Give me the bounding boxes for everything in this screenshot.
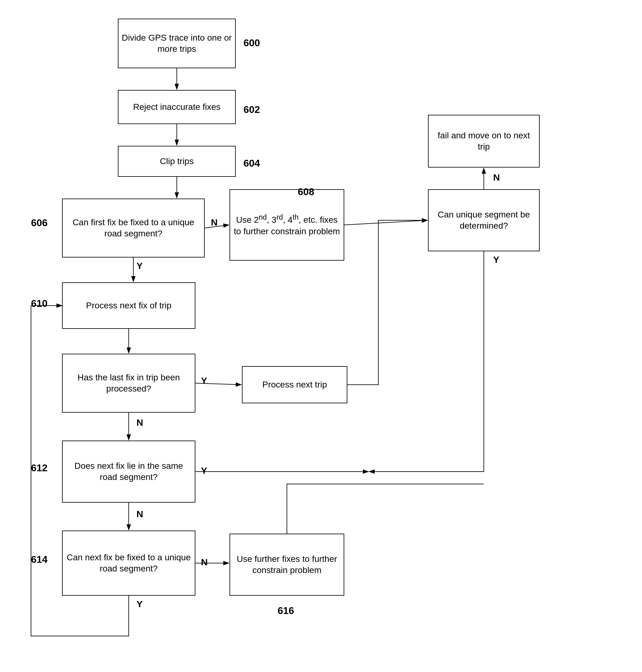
label-606: 606 bbox=[31, 217, 48, 229]
arrow-label-614-y: Y bbox=[137, 599, 143, 609]
arrow-label-lastfix-n: N bbox=[137, 417, 143, 428]
arrow-label-lastfix-y: Y bbox=[201, 376, 207, 386]
arrow-label-606-n: N bbox=[211, 217, 218, 228]
label-612: 612 bbox=[31, 462, 48, 474]
box-600: Divide GPS trace into one or more trips bbox=[118, 18, 236, 68]
box-unique-segment: Can unique segment be determined? bbox=[428, 189, 540, 251]
box-612: Does next fix lie in the same road segme… bbox=[62, 441, 195, 503]
box-602: Reject inaccurate fixes bbox=[118, 90, 236, 124]
box-fail: fail and move on to next trip bbox=[428, 115, 540, 167]
label-614: 614 bbox=[31, 554, 48, 565]
label-604: 604 bbox=[243, 157, 260, 169]
box-610: Process next fix of trip bbox=[62, 282, 195, 329]
label-600: 600 bbox=[243, 37, 260, 49]
box-608: Use 2nd, 3rd, 4th, etc. fixes to further… bbox=[230, 189, 344, 261]
flowchart-diagram: Divide GPS trace into one or more trips … bbox=[0, 0, 642, 672]
arrow-label-614-n: N bbox=[201, 557, 208, 568]
label-610: 610 bbox=[31, 298, 48, 309]
arrow-label-612-y: Y bbox=[201, 465, 207, 476]
box-614: Can next fix be fixed to a unique road s… bbox=[62, 531, 195, 596]
label-616: 616 bbox=[278, 605, 294, 617]
arrow-label-612-n: N bbox=[137, 509, 143, 519]
box-616: Use further fixes to further constrain p… bbox=[230, 534, 344, 596]
box-604: Clip trips bbox=[118, 146, 236, 177]
label-608: 608 bbox=[298, 186, 314, 198]
box-606: Can first fix be fixed to a unique road … bbox=[62, 199, 205, 257]
box-next-trip: Process next trip bbox=[242, 366, 347, 403]
arrow-label-606-y: Y bbox=[137, 261, 143, 271]
label-602: 602 bbox=[243, 104, 260, 115]
svg-line-5 bbox=[344, 220, 427, 225]
arrow-label-unique-y: Y bbox=[493, 254, 499, 265]
box-last-fix: Has the last fix in trip been processed? bbox=[62, 354, 195, 413]
arrow-label-unique-n: N bbox=[493, 172, 500, 183]
